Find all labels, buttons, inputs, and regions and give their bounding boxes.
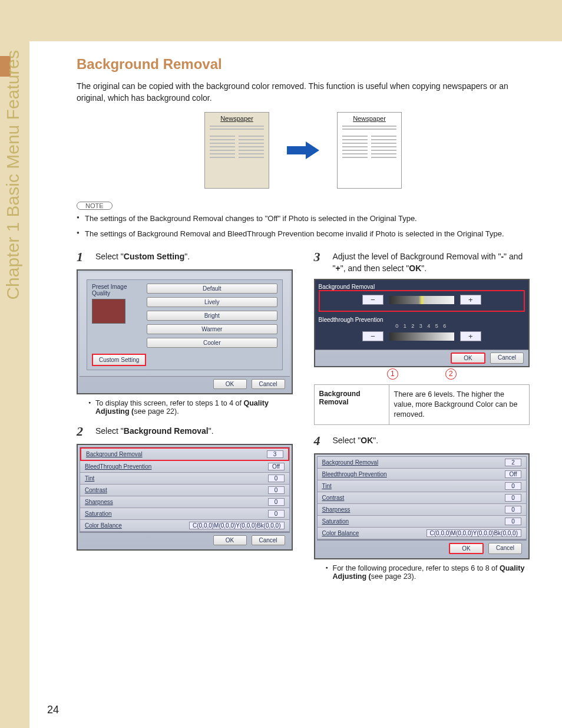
newspaper-before: Newspaper	[204, 112, 269, 189]
screenshot-list-1: Background Removal3BleedThrough Preventi…	[77, 444, 293, 551]
cancel-button[interactable]: Cancel	[488, 543, 522, 554]
diagram-row: Newspaper Newspaper	[77, 112, 530, 189]
settings-row[interactable]: Contrast0	[318, 492, 527, 504]
settings-row[interactable]: Color BalanceC(0,0,0)M(0,0,0)Y(0,0,0)Bk(…	[318, 528, 527, 539]
note-item: The settings of the Background Removal c…	[77, 213, 530, 224]
note-list: The settings of the Background Removal c…	[77, 213, 530, 239]
info-table: BackgroundRemoval There are 6 levels. Th…	[314, 384, 530, 425]
step-text: Select "Custom Setting".	[95, 249, 293, 265]
screenshot-preset: Preset Image Quality Default Lively Brig…	[77, 269, 293, 394]
step-text: Select "Background Removal".	[95, 424, 293, 439]
intro-text: The original can be copied with the back…	[77, 81, 530, 104]
newspaper-after: Newspaper	[337, 112, 402, 189]
callout-2: 2	[445, 368, 457, 380]
step-number: 2	[77, 424, 90, 439]
newspaper-label: Newspaper	[205, 115, 269, 122]
note-pill: NOTE	[77, 202, 113, 210]
minus-button[interactable]: −	[362, 295, 384, 305]
custom-setting-button[interactable]: Custom Setting	[92, 354, 146, 366]
ok-button[interactable]: OK	[213, 535, 247, 545]
settings-row[interactable]: Background Removal3	[80, 447, 289, 461]
step-number: 3	[314, 249, 327, 274]
ok-button[interactable]: OK	[451, 353, 485, 364]
page-title: Background Removal	[77, 56, 530, 73]
step-text: Select "OK".	[333, 433, 530, 449]
preset-button[interactable]: Cooler	[147, 338, 277, 348]
minus-button[interactable]: −	[362, 331, 384, 341]
step-number: 1	[77, 249, 90, 265]
settings-row[interactable]: Background Removal2	[318, 457, 527, 469]
cancel-button[interactable]: Cancel	[252, 535, 285, 545]
preset-button[interactable]: Default	[147, 284, 277, 294]
ok-button[interactable]: OK	[449, 543, 484, 554]
settings-row[interactable]: Color BalanceC(0,0,0)M(0,0,0)Y(0,0,0)Bk(…	[80, 520, 289, 532]
arrow-icon	[287, 140, 319, 160]
step-text: Adjust the level of Background Removal w…	[333, 249, 530, 274]
settings-row[interactable]: BleedThrough PreventionOff	[80, 461, 289, 473]
settings-row[interactable]: Contrast0	[80, 485, 289, 496]
screenshot-list-2: Background Removal2Bleedthrough Preventi…	[314, 453, 530, 559]
preset-button[interactable]: Lively	[147, 297, 277, 307]
plus-button[interactable]: +	[460, 295, 481, 305]
step-subnote: For the following procedure, refer to st…	[314, 564, 530, 581]
settings-row[interactable]: Saturation0	[80, 508, 289, 520]
cancel-button[interactable]: Cancel	[252, 379, 285, 389]
newspaper-label: Newspaper	[338, 115, 401, 122]
page-number: 24	[47, 704, 59, 716]
settings-row[interactable]: Saturation0	[318, 516, 527, 528]
preset-button[interactable]: Bright	[147, 311, 277, 321]
callout-1: 1	[387, 368, 398, 380]
note-item: The settings of Background Removal and B…	[77, 229, 530, 239]
callout-numbers: 1 2	[314, 368, 530, 380]
svg-marker-0	[287, 141, 319, 159]
settings-row[interactable]: Sharpness0	[80, 496, 289, 508]
screenshot-adjust: Background Removal − + Bleedthrough Prev…	[314, 279, 530, 367]
step-number: 4	[314, 433, 327, 449]
adj-title: Bleedthrough Prevention	[319, 317, 525, 323]
level-bar	[389, 296, 454, 304]
cancel-button[interactable]: Cancel	[490, 353, 524, 364]
preset-swatch	[92, 299, 125, 324]
settings-row[interactable]: Tint0	[318, 480, 527, 492]
ok-button[interactable]: OK	[213, 379, 247, 389]
chapter-tab: Chapter 1 Basic Menu Features	[3, 50, 23, 300]
preset-title: Preset Image Quality	[92, 284, 142, 297]
adj-title: Background Removal	[319, 284, 525, 290]
settings-row[interactable]: Bleedthrough PreventionOff	[318, 469, 527, 480]
level-bar	[389, 332, 454, 341]
step-subnote: To display this screen, refer to steps 1…	[77, 399, 293, 416]
plus-button[interactable]: +	[460, 331, 481, 341]
preset-button[interactable]: Warmer	[147, 324, 277, 334]
settings-row[interactable]: Sharpness0	[318, 504, 527, 516]
settings-row[interactable]: Tint0	[80, 473, 289, 485]
adj-scale: 0 1 2 3 4 5 6	[319, 323, 525, 329]
